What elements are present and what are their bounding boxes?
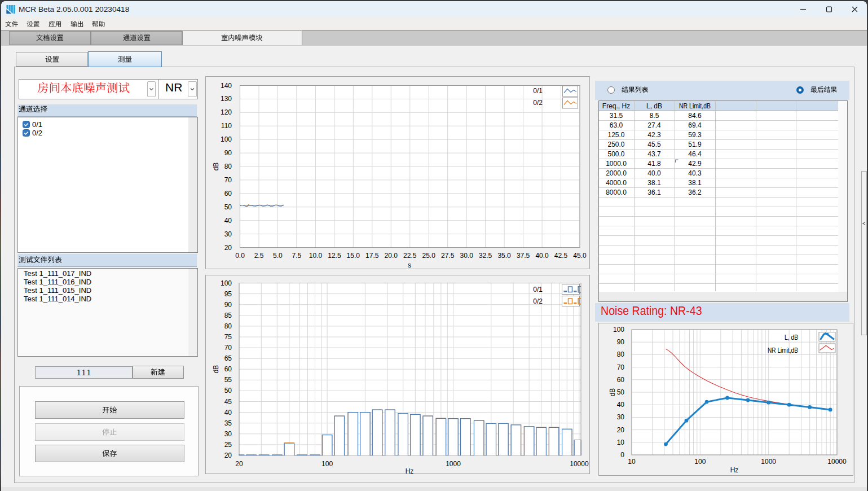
svg-text:27.5: 27.5 <box>441 252 455 260</box>
svg-text:90: 90 <box>224 149 232 157</box>
svg-text:25: 25 <box>224 441 232 449</box>
svg-text:5.0: 5.0 <box>273 252 283 260</box>
svg-text:70: 70 <box>224 344 232 352</box>
svg-text:s: s <box>408 261 411 269</box>
svg-text:Hz: Hz <box>730 466 739 474</box>
svg-text:60: 60 <box>224 365 232 373</box>
svg-text:10.0: 10.0 <box>309 252 323 260</box>
svg-text:80: 80 <box>224 163 232 170</box>
svg-text:70: 70 <box>224 176 232 184</box>
svg-text:0: 0 <box>620 451 624 459</box>
svg-text:20: 20 <box>224 451 232 459</box>
svg-text:84.6: 84.6 <box>688 112 702 120</box>
svg-text:90: 90 <box>224 301 232 309</box>
svg-text:45.0: 45.0 <box>573 252 587 260</box>
svg-text:51.9: 51.9 <box>688 141 702 148</box>
svg-text:100: 100 <box>221 279 232 287</box>
svg-text:42.3: 42.3 <box>647 131 661 139</box>
svg-text:20: 20 <box>617 426 625 434</box>
svg-text:NR Limit,dB: NR Limit,dB <box>768 346 798 354</box>
svg-text:20: 20 <box>235 460 243 468</box>
svg-text:0/2: 0/2 <box>533 99 543 107</box>
svg-text:63.0: 63.0 <box>610 121 623 129</box>
svg-text:80: 80 <box>224 322 232 330</box>
svg-text:30: 30 <box>617 413 625 421</box>
svg-text:41.8: 41.8 <box>647 160 661 168</box>
svg-text:40.0: 40.0 <box>535 252 549 260</box>
svg-text:8000.0: 8000.0 <box>606 188 627 196</box>
svg-text:30: 30 <box>224 230 232 238</box>
svg-text:dB: dB <box>212 365 220 374</box>
svg-text:45.5: 45.5 <box>647 141 661 148</box>
svg-text:25.0: 25.0 <box>422 252 436 260</box>
svg-text:250.0: 250.0 <box>607 141 624 148</box>
svg-text:36.1: 36.1 <box>647 188 661 196</box>
svg-text:1000: 1000 <box>446 460 461 468</box>
svg-text:140: 140 <box>221 82 232 90</box>
svg-text:120: 120 <box>221 108 232 116</box>
svg-text:69.4: 69.4 <box>688 121 702 129</box>
svg-text:59.3: 59.3 <box>688 131 702 139</box>
svg-text:L, dB: L, dB <box>646 102 662 110</box>
svg-text:dB: dB <box>212 163 220 171</box>
svg-text:31.5: 31.5 <box>610 112 623 120</box>
svg-text:7.5: 7.5 <box>292 252 302 260</box>
svg-text:12.5: 12.5 <box>328 252 341 260</box>
svg-text:38.1: 38.1 <box>647 179 661 187</box>
svg-text:100: 100 <box>221 135 232 143</box>
svg-text:43.7: 43.7 <box>647 150 661 158</box>
svg-text:40.0: 40.0 <box>647 169 661 177</box>
svg-text:70: 70 <box>617 363 625 371</box>
svg-text:65: 65 <box>224 354 232 362</box>
svg-text:50: 50 <box>224 387 232 394</box>
svg-text:100: 100 <box>321 460 333 468</box>
svg-text:15.0: 15.0 <box>347 252 360 260</box>
svg-text:50: 50 <box>224 203 232 211</box>
svg-text:NR Limit,dB: NR Limit,dB <box>679 102 711 110</box>
svg-text:22.5: 22.5 <box>403 252 417 260</box>
svg-text:40: 40 <box>224 409 232 417</box>
svg-text:dB: dB <box>609 388 616 397</box>
svg-text:2000.0: 2000.0 <box>606 169 627 177</box>
svg-text:2.5: 2.5 <box>254 252 264 260</box>
svg-text:32.5: 32.5 <box>479 252 492 260</box>
svg-text:42.9: 42.9 <box>688 160 702 168</box>
svg-text:37.5: 37.5 <box>517 252 530 260</box>
svg-text:35.0: 35.0 <box>497 252 511 260</box>
svg-text:125.0: 125.0 <box>607 131 624 139</box>
svg-text:0.0: 0.0 <box>235 252 245 260</box>
svg-text:30.0: 30.0 <box>460 252 474 260</box>
svg-text:80: 80 <box>617 350 625 358</box>
svg-text:90: 90 <box>617 338 625 346</box>
svg-text:1000.0: 1000.0 <box>606 160 627 168</box>
svg-text:40: 40 <box>224 217 232 225</box>
svg-text:20.0: 20.0 <box>385 252 398 260</box>
svg-text:55: 55 <box>224 376 232 384</box>
svg-text:0/2: 0/2 <box>533 297 543 305</box>
svg-text:110: 110 <box>221 122 232 130</box>
svg-text:8.5: 8.5 <box>650 112 659 120</box>
svg-text:30: 30 <box>224 430 232 438</box>
svg-text:60: 60 <box>224 190 232 198</box>
svg-text:40.3: 40.3 <box>688 169 702 177</box>
svg-text:36.2: 36.2 <box>688 188 702 196</box>
svg-text:Hz: Hz <box>406 467 414 474</box>
svg-text:35: 35 <box>224 419 232 427</box>
svg-text:10000: 10000 <box>570 460 589 468</box>
svg-text:50: 50 <box>617 388 625 396</box>
svg-text:46.4: 46.4 <box>688 150 702 158</box>
svg-text:4000.0: 4000.0 <box>606 179 627 187</box>
svg-text:45: 45 <box>224 398 232 406</box>
svg-text:75: 75 <box>224 333 232 341</box>
svg-text:Freq., Hz: Freq., Hz <box>602 102 630 110</box>
svg-text:10: 10 <box>617 439 625 446</box>
svg-text:10000: 10000 <box>827 458 847 466</box>
svg-text:27.4: 27.4 <box>647 121 661 129</box>
svg-text:85: 85 <box>224 312 232 319</box>
svg-text:1000: 1000 <box>761 458 776 466</box>
svg-text:100: 100 <box>694 458 706 466</box>
svg-text:38.1: 38.1 <box>688 179 702 187</box>
svg-text:100: 100 <box>613 326 624 334</box>
svg-text:L, dB: L, dB <box>785 333 798 341</box>
svg-text:500.0: 500.0 <box>607 150 624 158</box>
